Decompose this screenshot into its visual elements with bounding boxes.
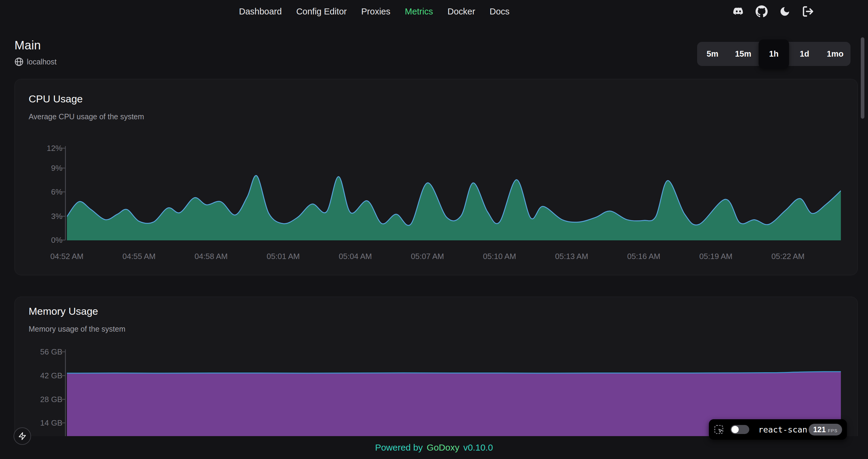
main-nav: DashboardConfig EditorProxiesMetricsDock… — [239, 0, 510, 23]
cpu-x-tick-label: 05:22 AM — [761, 252, 815, 261]
logout-icon[interactable] — [802, 5, 814, 18]
host-label: localhost — [27, 58, 57, 66]
app-root: DashboardConfig EditorProxiesMetricsDock… — [0, 0, 868, 459]
react-scan-label: react-scan — [758, 425, 807, 434]
time-range-selector: 5m15m1h1d1mo — [697, 42, 850, 66]
cpu-x-tick-label: 04:52 AM — [40, 252, 94, 261]
time-range-option-1d[interactable]: 1d — [789, 42, 820, 66]
memory-card-subtitle: Memory usage of the system — [29, 325, 125, 333]
cpu-x-tick-label: 04:58 AM — [184, 252, 239, 261]
fps-value: 121 — [813, 425, 826, 434]
cpu-y-tick-label: 9% — [20, 164, 62, 172]
nav-item-proxies[interactable]: Proxies — [361, 7, 391, 17]
cpu-x-tick-label: 05:04 AM — [328, 252, 382, 261]
globe-icon — [14, 57, 24, 66]
cpu-x-tick-label: 05:07 AM — [400, 252, 455, 261]
footer-version: v0.10.0 — [463, 442, 493, 453]
nav-item-dashboard[interactable]: Dashboard — [239, 7, 282, 17]
discord-icon[interactable] — [733, 5, 744, 18]
cpu-y-tick-label: 12% — [20, 144, 62, 153]
react-scan-toggle[interactable] — [731, 425, 749, 434]
cpu-card-subtitle: Average CPU usage of the system — [29, 112, 144, 121]
devtools-flash-button[interactable] — [13, 427, 31, 445]
memory-area-stroke — [67, 372, 841, 373]
memory-card-title: Memory Usage — [29, 305, 98, 317]
nav-item-docker[interactable]: Docker — [447, 7, 475, 17]
nav-item-docs[interactable]: Docs — [490, 7, 510, 17]
memory-y-tick-label: 42 GB — [20, 371, 62, 380]
toggle-knob — [732, 426, 739, 433]
time-range-option-1mo[interactable]: 1mo — [820, 42, 850, 66]
cpu-x-tick-label: 04:55 AM — [112, 252, 166, 261]
memory-y-tick-label: 56 GB — [20, 347, 62, 356]
host-row: localhost — [14, 57, 57, 66]
cpu-x-tick-label: 05:13 AM — [545, 252, 599, 261]
inspect-icon[interactable] — [714, 424, 724, 435]
time-range-option-15m[interactable]: 15m — [728, 42, 758, 66]
cpu-x-tick-label: 05:19 AM — [689, 252, 743, 261]
topbar-icons — [733, 0, 814, 23]
github-icon[interactable] — [755, 5, 768, 18]
topbar: DashboardConfig EditorProxiesMetricsDock… — [0, 0, 868, 23]
time-range-option-1h[interactable]: 1h — [758, 39, 789, 68]
cpu-x-tick-label: 05:16 AM — [617, 252, 671, 261]
cpu-y-tick-label: 6% — [20, 187, 62, 196]
footer-brand-link[interactable]: GoDoxy — [427, 442, 459, 453]
moon-icon[interactable] — [779, 5, 791, 18]
cpu-area-chart[interactable] — [67, 144, 841, 240]
footer-powered-by: Powered by — [375, 442, 423, 453]
memory-y-tick-label: 28 GB — [20, 395, 62, 404]
page-title: Main — [14, 38, 41, 52]
fps-unit: FPS — [828, 428, 838, 433]
lightning-icon — [18, 432, 27, 440]
scrollbar-thumb[interactable] — [861, 37, 864, 119]
cpu-card-title: CPU Usage — [29, 93, 83, 105]
fps-badge: 121 FPS — [809, 424, 842, 435]
react-scan-widget: react-scan 121 FPS — [709, 419, 847, 440]
nav-item-config-editor[interactable]: Config Editor — [296, 7, 347, 17]
cpu-y-tick-label: 0% — [20, 235, 62, 244]
cpu-y-tick-label: 3% — [20, 212, 62, 221]
cpu-x-tick-label: 05:10 AM — [472, 252, 527, 261]
nav-item-metrics[interactable]: Metrics — [405, 7, 433, 17]
memory-y-tick-label: 14 GB — [20, 418, 62, 427]
cpu-x-tick-label: 05:01 AM — [256, 252, 310, 261]
time-range-option-5m[interactable]: 5m — [697, 42, 728, 66]
cpu-area-fill — [67, 175, 841, 240]
